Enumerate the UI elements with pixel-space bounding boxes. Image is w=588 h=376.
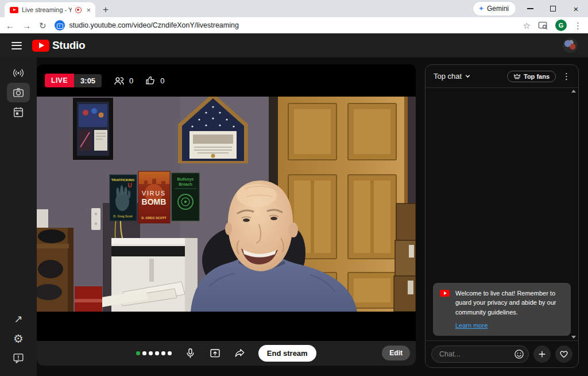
studio-sidebar: ↗ ⚙ [0, 57, 37, 376]
scroll-down-icon[interactable] [571, 336, 576, 339]
connection-quality-dots [136, 351, 172, 355]
live-player: LIVE 3:05 0 0 [37, 64, 416, 366]
heart-button[interactable] [555, 346, 572, 363]
tab-strip: Live streaming - YouTube S × + ✦ Gemini … [0, 0, 588, 17]
bookmark-star-icon[interactable]: ☆ [523, 21, 531, 30]
maximize-button[interactable] [544, 2, 562, 16]
youtube-logo-icon[interactable] [32, 40, 49, 52]
live-chat-panel: Top chat Top fans ⋮ Welcome [425, 64, 579, 368]
main-content: ↗ ⚙ LIVE 3:05 0 [0, 57, 588, 376]
url-text: studio.youtube.com/video/CzndifeXonY/liv… [69, 21, 239, 29]
player-controls: End stream Edit [37, 341, 416, 366]
address-bar[interactable]: studio.youtube.com/video/CzndifeXonY/liv… [55, 20, 515, 30]
viewer-count: 0 [129, 76, 133, 85]
present-screen-icon[interactable] [209, 347, 221, 359]
emoji-icon[interactable] [513, 348, 525, 362]
top-fans-button[interactable]: Top fans [507, 71, 556, 82]
welcome-text: Welcome to live chat! Remember to guard … [455, 289, 564, 317]
crown-icon [513, 73, 521, 79]
likes-icon [145, 75, 156, 86]
edit-button[interactable]: Edit [382, 346, 410, 360]
tab-title: Live streaming - YouTube S [22, 6, 72, 13]
viewers-icon [113, 75, 125, 87]
close-window-button[interactable]: × [567, 2, 585, 16]
add-button[interactable] [533, 346, 551, 363]
back-button[interactable]: ← [6, 21, 14, 30]
studio-header: Studio [0, 33, 588, 57]
chat-filter-dropdown[interactable]: Top chat [434, 72, 471, 80]
studio-site-icon [55, 20, 65, 30]
chat-menu-icon[interactable]: ⋮ [560, 72, 572, 80]
sidebar-webcam-icon[interactable] [7, 83, 30, 102]
menu-hamburger-icon[interactable] [11, 42, 22, 49]
side-panel-search-icon[interactable] [537, 20, 548, 31]
learn-more-link[interactable]: Learn more [455, 322, 488, 329]
sidebar-stream-status-icon[interactable] [7, 63, 30, 83]
microphone-icon[interactable] [184, 347, 196, 359]
browser-profile-avatar[interactable]: G [555, 20, 567, 31]
viewer-count-stat: 0 [113, 75, 133, 87]
studio-brand[interactable]: Studio [52, 39, 85, 52]
channel-avatar[interactable] [563, 38, 578, 53]
tab-recording-indicator-icon [75, 7, 82, 13]
forward-button[interactable]: → [22, 21, 31, 30]
svg-text:D. Greg Scott: D. Greg Scott [113, 214, 133, 218]
browser-toolbar: ← → ↻ studio.youtube.com/video/CzndifeXo… [0, 17, 588, 33]
scroll-up-icon[interactable] [571, 90, 576, 93]
end-stream-button[interactable]: End stream [258, 345, 316, 362]
svg-text:U: U [127, 182, 131, 189]
new-tab-button[interactable]: + [99, 3, 113, 17]
chevron-down-icon [465, 73, 471, 79]
book-bullseye-breach: Bullseye Breach [172, 173, 199, 221]
like-count-stat: 0 [145, 75, 164, 86]
svg-text:Breach: Breach [179, 182, 192, 186]
stacked-boxes [394, 204, 416, 312]
browser-menu-icon[interactable]: ⋮ [574, 21, 582, 30]
svg-text:Bullseye: Bullseye [177, 177, 194, 182]
book-trafficking-u: TRAFFICKING U D. Greg Scott [110, 175, 137, 221]
chat-footer [425, 340, 578, 367]
gemini-button[interactable]: ✦ Gemini [473, 2, 516, 16]
youtube-favicon-icon [10, 7, 18, 13]
youtube-icon [440, 290, 450, 297]
shelf [37, 228, 74, 312]
svg-text:BOMB: BOMB [142, 197, 167, 206]
sidebar-feedback-icon[interactable] [7, 348, 30, 368]
sidebar-settings-gear-icon[interactable]: ⚙ [7, 329, 30, 348]
chat-welcome-message: Welcome to live chat! Remember to guard … [433, 283, 571, 336]
wall-outlet [91, 208, 100, 230]
svg-text:VIRUS: VIRUS [142, 190, 166, 197]
sidebar-share-icon[interactable]: ↗ [7, 309, 30, 329]
share-icon[interactable] [234, 347, 246, 359]
reload-button[interactable]: ↻ [39, 21, 47, 30]
tab-close-icon[interactable]: × [85, 6, 92, 14]
minimize-button[interactable] [521, 2, 539, 16]
svg-text:D. GREG SCOTT: D. GREG SCOTT [141, 216, 167, 220]
sidebar-manage-streams-icon[interactable] [7, 102, 30, 122]
stream-status-bar: LIVE 3:05 0 0 [37, 64, 416, 97]
book-virus-bomb: VIRUS BOMB D. GREG SCOTT [138, 171, 170, 223]
svg-text:TRAFFICKING: TRAFFICKING [111, 178, 135, 182]
live-video-preview: TRAFFICKING U D. Greg Scott VIRUS BOMB D… [37, 97, 416, 312]
browser-tab[interactable]: Live streaming - YouTube S × [5, 2, 95, 17]
chat-header: Top chat Top fans ⋮ [425, 65, 578, 88]
live-badge: LIVE [45, 74, 74, 87]
chat-message-list[interactable]: Welcome to live chat! Remember to guard … [425, 88, 578, 340]
gemini-sparkle-icon: ✦ [478, 5, 484, 13]
stream-timer: 3:05 [74, 74, 102, 87]
framed-picture [73, 98, 113, 160]
gemini-label: Gemini [487, 5, 509, 13]
light-switch [37, 209, 48, 229]
like-count: 0 [160, 76, 164, 85]
